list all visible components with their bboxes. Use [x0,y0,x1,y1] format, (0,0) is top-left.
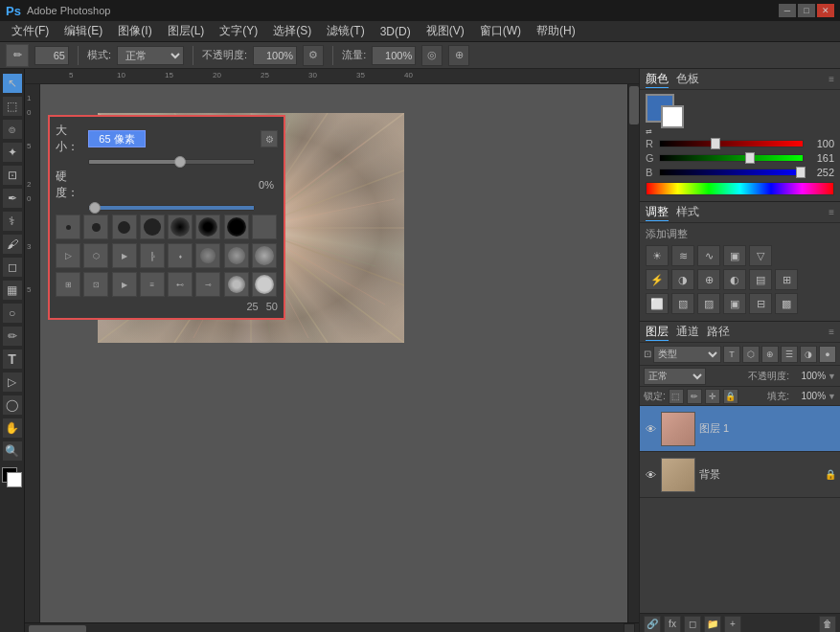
adj-shadow[interactable]: ▩ [775,293,798,314]
preset-19[interactable]: ▶ [112,272,137,297]
size-slider-track[interactable] [88,159,255,165]
preset-13[interactable]: ⬧ [168,243,193,268]
minimize-button[interactable]: ─ [779,4,796,17]
new-group-btn[interactable]: 📁 [704,616,721,633]
tool-patch[interactable]: ⚕ [2,211,23,232]
tool-hand[interactable]: ✋ [2,418,23,439]
add-fx-btn[interactable]: fx [664,616,681,633]
menu-select[interactable]: 选择(S) [265,21,319,41]
tool-burn[interactable]: ○ [2,303,23,324]
lock-position[interactable]: ✛ [705,389,720,404]
fg-color-swatch[interactable] [2,467,23,488]
hardness-slider-thumb[interactable] [89,202,101,214]
preset-4[interactable] [140,214,165,239]
extra-btn2[interactable]: ⊕ [448,45,469,66]
adj-invert[interactable]: ⬜ [646,293,669,314]
v-scroll-thumb[interactable] [629,86,639,124]
add-link-btn[interactable]: 🔗 [644,616,661,633]
brush-tool-icon[interactable]: ✏ [6,44,29,67]
menu-file[interactable]: 文件(F) [4,21,57,41]
brush-size-input[interactable] [34,46,69,65]
add-mask-btn[interactable]: ◻ [684,616,701,633]
layer-item-1[interactable]: 👁 图层 1 [640,406,840,452]
airbrush-btn[interactable]: ⚙ [303,45,324,66]
preset-21[interactable]: ⊷ [168,272,193,297]
tool-path-select[interactable]: ▷ [2,372,23,393]
layer-filter-toggle[interactable]: ● [819,346,836,363]
layer-type-select[interactable]: 类型 名称 效果 [653,346,721,363]
adj-curves[interactable]: ∿ [697,245,720,266]
preset-23[interactable] [224,272,249,297]
tool-eyedropper[interactable]: ✒ [2,188,23,209]
mode-select[interactable]: 正常 溶解 变暗 正片叠底 [117,46,184,65]
preset-1[interactable] [56,214,80,239]
tool-text[interactable]: T [2,349,23,370]
preset-11[interactable]: ▶ [112,243,137,268]
h-scroll-thumb[interactable] [29,625,86,633]
vertical-scrollbar[interactable] [627,84,639,622]
styles-tab[interactable]: 样式 [676,204,699,220]
layer-filter-icon2[interactable]: ⊕ [761,346,779,363]
adj-dropdown[interactable]: ▽ [749,245,772,266]
adj-brightness[interactable]: ☀ [646,245,669,266]
layer-1-visibility[interactable]: 👁 [644,422,657,436]
layers-panel-menu[interactable]: ≡ [829,327,834,337]
preset-17[interactable]: ⊞ [56,272,80,297]
paths-tab[interactable]: 路径 [707,324,730,340]
maximize-button[interactable]: □ [798,4,815,17]
adj-colorlookup[interactable]: ⊞ [775,269,798,290]
adj-selectivecolor[interactable]: ▣ [723,293,746,314]
layer-bg-name[interactable]: 背景 [699,467,821,482]
adj-panel-menu[interactable]: ≡ [829,207,834,217]
delete-layer-btn[interactable]: 🗑 [819,616,836,633]
preset-9[interactable]: ▷ [56,243,80,268]
preset-10[interactable]: ⬡ [83,243,108,268]
horizontal-scrollbar[interactable] [25,622,639,632]
adj-tab[interactable]: 调整 [646,204,669,221]
tool-crop[interactable]: ⊡ [2,165,23,186]
adj-hue[interactable]: ◑ [671,269,694,290]
menu-window[interactable]: 窗口(W) [472,21,529,41]
channels-tab[interactable]: 通道 [676,324,699,340]
r-slider[interactable] [659,140,804,147]
tool-shape[interactable]: ◯ [2,395,23,416]
swatches-tab[interactable]: 色板 [676,71,699,87]
background-swatch[interactable] [661,105,684,128]
preset-6[interactable] [195,214,220,239]
g-slider[interactable] [659,154,804,162]
preset-16[interactable] [252,243,277,268]
tool-lasso[interactable]: ⌾ [2,119,23,140]
tool-gradient[interactable]: ▦ [2,280,23,301]
layers-tab[interactable]: 图层 [646,324,669,341]
adj-levels[interactable]: ≋ [671,245,694,266]
preset-14[interactable] [195,243,220,268]
layer-filter-icon4[interactable]: ◑ [800,346,817,363]
flow-input[interactable] [372,46,416,65]
preset-7[interactable] [224,214,249,239]
preset-5[interactable] [168,214,193,239]
r-thumb[interactable] [711,138,720,149]
preset-3[interactable] [112,214,137,239]
preset-24[interactable] [252,272,277,297]
swap-icon[interactable]: ⇄ [646,127,652,136]
preset-20[interactable]: ≡ [140,272,165,297]
b-slider[interactable] [659,169,804,176]
preset-15[interactable] [224,243,249,268]
menu-text[interactable]: 文字(Y) [212,21,265,41]
adj-gradient[interactable]: ▤ [749,269,772,290]
hardness-slider-track[interactable] [88,205,255,211]
layer-filter-t[interactable]: T [723,346,740,363]
menu-view[interactable]: 视图(V) [419,21,472,41]
adj-exposure[interactable]: ▣ [723,245,746,266]
opacity-dropdown-arrow[interactable]: ▼ [828,372,836,381]
adj-colorbalance[interactable]: ⊕ [697,269,720,290]
layer-bg-visibility[interactable]: 👁 [644,468,657,482]
brush-options-gear[interactable]: ⚙ [261,130,278,147]
menu-filter[interactable]: 滤镜(T) [319,21,372,41]
tool-zoom[interactable]: 🔍 [2,440,23,462]
tool-pen[interactable]: ✏ [2,326,23,347]
menu-image[interactable]: 图像(I) [110,21,159,41]
preset-12[interactable]: ╠ [140,243,165,268]
menu-edit[interactable]: 编辑(E) [57,21,110,41]
tool-move[interactable]: ↖ [2,73,23,94]
